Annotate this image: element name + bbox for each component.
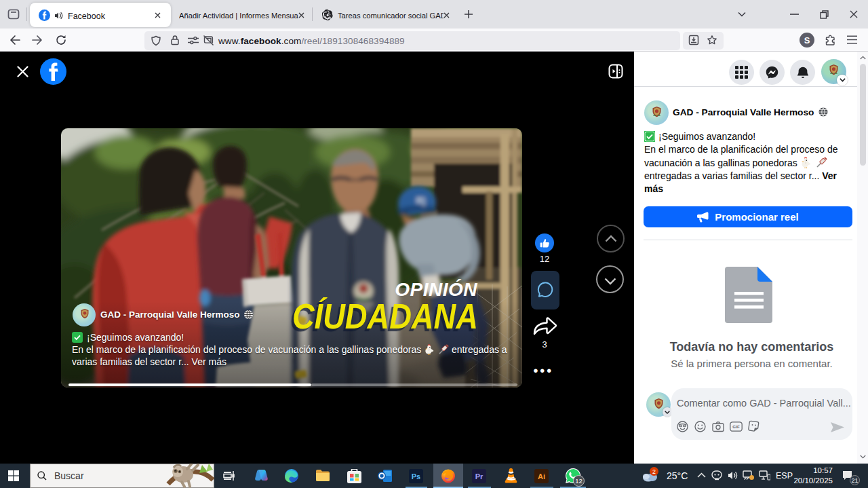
svg-text:GIF: GIF bbox=[732, 424, 740, 429]
